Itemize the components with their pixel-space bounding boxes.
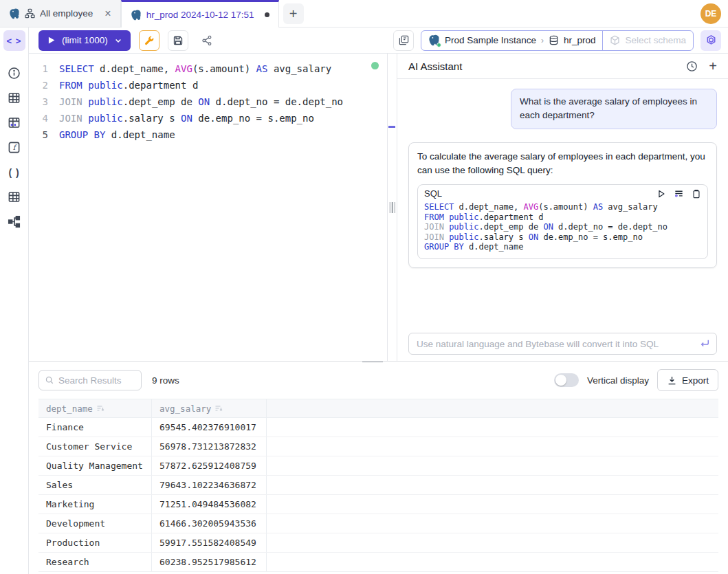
left-sidebar: < > f ( ) [0, 27, 29, 574]
cell-avg-salary[interactable]: 69545.402376910017 [152, 418, 267, 437]
ai-panel-title: AI Assistant [408, 60, 462, 72]
cell-filler [267, 476, 718, 494]
close-icon[interactable]: × [104, 8, 111, 19]
history-icon[interactable] [686, 60, 698, 72]
insert-sql-icon[interactable] [674, 188, 684, 199]
table-row[interactable]: Sales79643.102234636872 [38, 476, 718, 495]
tab-all-employee[interactable]: All employee × [0, 0, 121, 27]
copy-icon[interactable] [692, 189, 701, 199]
cell-avg-salary[interactable]: 56978.731213872832 [152, 437, 267, 456]
cell-filler [267, 514, 718, 533]
postgres-icon [428, 34, 440, 46]
results-table: dept_name avg_salary Finance69545.402376… [38, 399, 718, 572]
column-label: dept_name [46, 404, 93, 414]
info-icon[interactable] [7, 66, 21, 80]
search-icon [45, 375, 54, 385]
tab-label: All employee [40, 8, 93, 19]
table-row[interactable]: Quality Management57872.625912408759 [38, 456, 718, 476]
breadcrumb-separator: › [541, 36, 544, 45]
table-row[interactable]: Customer Service56978.731213872832 [38, 437, 718, 456]
code-toggle-button[interactable]: < > [3, 30, 25, 51]
panel-resize-handle[interactable] [387, 54, 397, 361]
ai-chat-area: What is the average salary of employees … [397, 79, 728, 268]
tab-strip: All employee × hr_prod 2024-10-12 17:51 … [0, 0, 728, 27]
instance-database-select[interactable]: Prod Sample Instance › hr_prod [421, 31, 602, 50]
vertical-display-toggle[interactable] [554, 373, 579, 387]
code-line: 4JOIN public.salary s ON de.emp_no = s.e… [29, 110, 387, 126]
cell-filler [267, 553, 718, 571]
column-header-dept-name[interactable]: dept_name [38, 399, 152, 417]
horizontal-grip-icon[interactable] [359, 361, 386, 363]
data-icon[interactable] [7, 115, 21, 130]
share-button[interactable] [197, 30, 217, 51]
new-chat-button[interactable]: + [709, 59, 717, 73]
share-icon [201, 35, 212, 46]
table-row[interactable]: Development61466.302005943536 [38, 514, 718, 533]
schema-icon [610, 35, 620, 45]
vertical-grip-icon [389, 202, 395, 213]
ai-assistant-panel: AI Assistant + What is the average salar… [397, 54, 728, 361]
save-button[interactable] [168, 30, 188, 51]
cell-dept-name[interactable]: Finance [38, 418, 152, 437]
cell-dept-name[interactable]: Research [38, 553, 152, 571]
editor-toolbar: (limit 1000) [29, 27, 728, 54]
cell-avg-salary[interactable]: 61466.302005943536 [152, 514, 267, 533]
format-icon [144, 35, 155, 46]
export-button[interactable]: Export [657, 369, 718, 391]
run-button[interactable]: (limit 1000) [38, 30, 131, 51]
unsaved-dot-icon [265, 12, 269, 17]
ai-prompt-input[interactable] [408, 333, 717, 355]
cell-avg-salary[interactable]: 71251.049484536082 [152, 495, 267, 514]
cell-filler [267, 495, 718, 514]
table-row[interactable]: Finance69545.402376910017 [38, 418, 718, 437]
cell-dept-name[interactable]: Development [38, 514, 152, 533]
batch-query-button[interactable] [393, 30, 414, 51]
table-icon[interactable] [7, 91, 21, 105]
table-row[interactable]: Production59917.551582408549 [38, 533, 718, 553]
cell-dept-name[interactable]: Production [38, 533, 152, 552]
batch-query-icon [399, 35, 409, 45]
cell-filler [267, 418, 718, 437]
column-label: avg_salary [159, 404, 211, 414]
table-row[interactable]: Marketing71251.049484536082 [38, 495, 718, 514]
sort-icon[interactable] [214, 404, 223, 412]
row-count: 9 rows [152, 375, 179, 386]
new-tab-button[interactable]: + [283, 3, 304, 24]
table-icon[interactable] [7, 190, 21, 204]
format-button[interactable] [139, 30, 159, 51]
cell-avg-salary[interactable]: 79643.102234636872 [152, 476, 267, 494]
code-line: GROUP BY d.dept_name [424, 242, 701, 252]
tab-hr-prod[interactable]: hr_prod 2024-10-12 17:51 [121, 0, 279, 27]
avatar[interactable]: DE [701, 3, 721, 24]
ai-assistant-toggle-button[interactable] [701, 30, 721, 51]
cell-avg-salary[interactable]: 57872.625912408759 [152, 456, 267, 475]
line-number: 1 [29, 60, 59, 77]
code-line: JOIN public.dept_emp de ON d.dept_no = d… [424, 222, 701, 232]
cell-filler [267, 456, 718, 475]
schema-select[interactable]: Select schema [602, 31, 693, 50]
cell-dept-name[interactable]: Sales [38, 476, 152, 494]
sort-icon[interactable] [96, 404, 104, 412]
cell-dept-name[interactable]: Customer Service [38, 437, 152, 456]
database-icon [549, 35, 559, 45]
parameter-icon[interactable]: ( ) [7, 165, 21, 179]
code-line: JOIN public.salary s ON de.emp_no = s.em… [424, 232, 701, 243]
table-row[interactable]: Research60238.952517985612 [38, 553, 718, 572]
function-icon[interactable]: f [7, 140, 21, 155]
code-line: 3JOIN public.dept_emp de ON d.dept_no = … [29, 93, 387, 110]
sql-code-label: SQL [424, 188, 442, 199]
cell-dept-name[interactable]: Quality Management [38, 456, 152, 475]
sql-editor[interactable]: 1SELECT d.dept_name, AVG(s.amount) AS av… [29, 54, 387, 361]
search-results-box[interactable] [38, 370, 142, 390]
cell-dept-name[interactable]: Marketing [38, 495, 152, 514]
tab-label: hr_prod 2024-10-12 17:51 [146, 10, 254, 20]
save-icon [173, 35, 184, 46]
schema-diagram-icon[interactable] [7, 214, 21, 229]
cell-avg-salary[interactable]: 60238.952517985612 [152, 553, 267, 571]
column-header-avg-salary[interactable]: avg_salary [152, 399, 267, 417]
ai-icon [705, 34, 717, 46]
run-sql-icon[interactable] [657, 189, 666, 199]
search-input[interactable] [58, 375, 135, 386]
cell-avg-salary[interactable]: 59917.551582408549 [152, 533, 267, 552]
scrollbar-marker [388, 126, 395, 128]
